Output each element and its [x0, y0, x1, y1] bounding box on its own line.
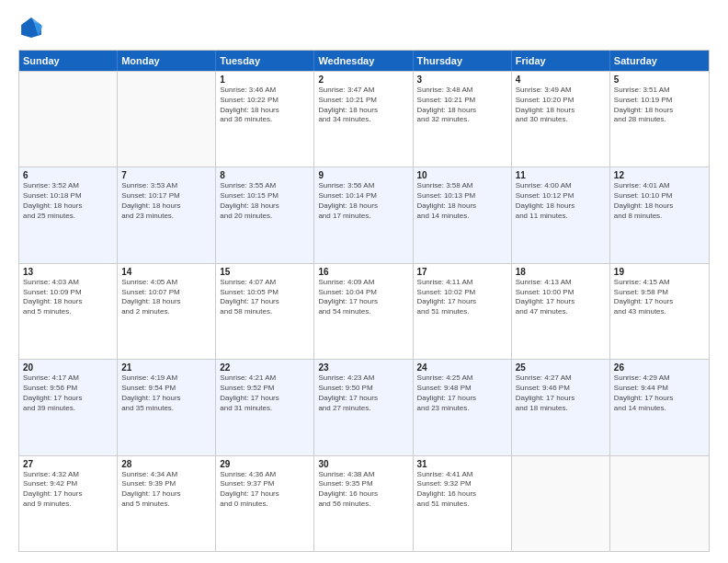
calendar-day-11: 11Sunrise: 4:00 AM Sunset: 10:12 PM Dayl… [512, 167, 610, 262]
day-info: Sunrise: 4:23 AM Sunset: 9:50 PM Dayligh… [318, 373, 408, 413]
calendar-day-29: 29Sunrise: 4:36 AM Sunset: 9:37 PM Dayli… [216, 456, 314, 551]
weekday-header-thursday: Thursday [414, 51, 512, 71]
calendar-day-28: 28Sunrise: 4:34 AM Sunset: 9:39 PM Dayli… [118, 456, 216, 551]
day-number: 13 [23, 267, 113, 277]
day-number: 14 [121, 267, 211, 277]
day-number: 21 [121, 362, 211, 373]
day-number: 31 [417, 459, 507, 469]
day-info: Sunrise: 4:03 AM Sunset: 10:09 PM Daylig… [23, 278, 113, 317]
day-info: Sunrise: 4:09 AM Sunset: 10:04 PM Daylig… [318, 278, 408, 317]
calendar-day-2: 2Sunrise: 3:47 AM Sunset: 10:21 PM Dayli… [314, 72, 413, 167]
day-info: Sunrise: 4:25 AM Sunset: 9:48 PM Dayligh… [417, 373, 507, 413]
calendar-day-12: 12Sunrise: 4:01 AM Sunset: 10:10 PM Dayl… [610, 167, 709, 262]
calendar-day-27: 27Sunrise: 4:32 AM Sunset: 9:42 PM Dayli… [19, 456, 118, 551]
day-info: Sunrise: 3:47 AM Sunset: 10:21 PM Daylig… [318, 86, 408, 125]
calendar-body: 1Sunrise: 3:46 AM Sunset: 10:22 PM Dayli… [19, 71, 709, 551]
day-number: 20 [23, 362, 113, 373]
weekday-header-friday: Friday [512, 51, 610, 71]
calendar-day-16: 16Sunrise: 4:09 AM Sunset: 10:04 PM Dayl… [314, 264, 413, 359]
day-number: 18 [516, 267, 606, 277]
weekday-header-monday: Monday [118, 51, 216, 71]
calendar-day-21: 21Sunrise: 4:19 AM Sunset: 9:54 PM Dayli… [118, 360, 216, 454]
logo-icon [18, 15, 44, 40]
day-number: 27 [23, 459, 113, 469]
calendar-day-6: 6Sunrise: 3:52 AM Sunset: 10:18 PM Dayli… [19, 167, 118, 262]
calendar-day-13: 13Sunrise: 4:03 AM Sunset: 10:09 PM Dayl… [19, 264, 118, 359]
calendar-day-empty [610, 456, 709, 551]
day-number: 17 [417, 267, 507, 277]
weekday-header-wednesday: Wednesday [314, 51, 413, 71]
day-info: Sunrise: 4:15 AM Sunset: 9:58 PM Dayligh… [614, 278, 705, 317]
day-number: 4 [516, 75, 606, 85]
day-info: Sunrise: 4:21 AM Sunset: 9:52 PM Dayligh… [220, 373, 310, 413]
calendar-day-1: 1Sunrise: 3:46 AM Sunset: 10:22 PM Dayli… [216, 72, 314, 167]
calendar-day-19: 19Sunrise: 4:15 AM Sunset: 9:58 PM Dayli… [610, 264, 709, 359]
calendar-day-18: 18Sunrise: 4:13 AM Sunset: 10:00 PM Dayl… [512, 264, 610, 359]
day-info: Sunrise: 3:52 AM Sunset: 10:18 PM Daylig… [23, 181, 113, 221]
day-number: 22 [220, 362, 310, 373]
day-number: 10 [417, 170, 507, 180]
calendar-day-17: 17Sunrise: 4:11 AM Sunset: 10:02 PM Dayl… [414, 264, 512, 359]
page: SundayMondayTuesdayWednesdayThursdayFrid… [0, 0, 728, 563]
day-info: Sunrise: 4:32 AM Sunset: 9:42 PM Dayligh… [23, 470, 113, 510]
day-info: Sunrise: 4:19 AM Sunset: 9:54 PM Dayligh… [121, 373, 211, 413]
calendar: SundayMondayTuesdayWednesdayThursdayFrid… [18, 50, 710, 552]
calendar-week-3: 13Sunrise: 4:03 AM Sunset: 10:09 PM Dayl… [19, 263, 709, 359]
day-number: 7 [121, 170, 211, 180]
day-number: 2 [318, 75, 408, 85]
calendar-day-15: 15Sunrise: 4:07 AM Sunset: 10:05 PM Dayl… [216, 264, 314, 359]
calendar-day-24: 24Sunrise: 4:25 AM Sunset: 9:48 PM Dayli… [414, 360, 512, 454]
calendar-day-14: 14Sunrise: 4:05 AM Sunset: 10:07 PM Dayl… [118, 264, 216, 359]
calendar-header: SundayMondayTuesdayWednesdayThursdayFrid… [19, 51, 709, 71]
day-info: Sunrise: 4:27 AM Sunset: 9:46 PM Dayligh… [516, 373, 606, 413]
day-number: 5 [614, 75, 705, 85]
calendar-day-20: 20Sunrise: 4:17 AM Sunset: 9:56 PM Dayli… [19, 360, 118, 454]
calendar-day-empty [19, 72, 118, 167]
calendar-day-4: 4Sunrise: 3:49 AM Sunset: 10:20 PM Dayli… [512, 72, 610, 167]
day-info: Sunrise: 4:13 AM Sunset: 10:00 PM Daylig… [516, 278, 606, 317]
day-number: 16 [318, 267, 408, 277]
day-number: 9 [318, 170, 408, 180]
day-number: 23 [318, 362, 408, 373]
logo [18, 15, 48, 40]
day-info: Sunrise: 4:29 AM Sunset: 9:44 PM Dayligh… [614, 373, 705, 413]
day-info: Sunrise: 4:17 AM Sunset: 9:56 PM Dayligh… [23, 373, 113, 413]
day-number: 26 [614, 362, 705, 373]
day-info: Sunrise: 3:51 AM Sunset: 10:19 PM Daylig… [614, 86, 705, 125]
calendar-week-1: 1Sunrise: 3:46 AM Sunset: 10:22 PM Dayli… [19, 71, 709, 167]
day-info: Sunrise: 4:34 AM Sunset: 9:39 PM Dayligh… [121, 470, 211, 510]
calendar-day-9: 9Sunrise: 3:56 AM Sunset: 10:14 PM Dayli… [314, 167, 413, 262]
calendar-day-30: 30Sunrise: 4:38 AM Sunset: 9:35 PM Dayli… [314, 456, 413, 551]
calendar-day-3: 3Sunrise: 3:48 AM Sunset: 10:21 PM Dayli… [414, 72, 512, 167]
weekday-header-saturday: Saturday [610, 51, 709, 71]
day-info: Sunrise: 4:05 AM Sunset: 10:07 PM Daylig… [121, 278, 211, 317]
day-info: Sunrise: 3:49 AM Sunset: 10:20 PM Daylig… [516, 86, 606, 125]
day-number: 1 [220, 75, 310, 85]
calendar-day-empty [118, 72, 216, 167]
calendar-day-31: 31Sunrise: 4:41 AM Sunset: 9:32 PM Dayli… [414, 456, 512, 551]
calendar-day-26: 26Sunrise: 4:29 AM Sunset: 9:44 PM Dayli… [610, 360, 709, 454]
calendar-day-8: 8Sunrise: 3:55 AM Sunset: 10:15 PM Dayli… [216, 167, 314, 262]
day-info: Sunrise: 3:46 AM Sunset: 10:22 PM Daylig… [220, 86, 310, 125]
day-number: 6 [23, 170, 113, 180]
day-info: Sunrise: 3:55 AM Sunset: 10:15 PM Daylig… [220, 181, 310, 221]
day-info: Sunrise: 4:36 AM Sunset: 9:37 PM Dayligh… [220, 470, 310, 510]
header [18, 15, 710, 40]
calendar-day-7: 7Sunrise: 3:53 AM Sunset: 10:17 PM Dayli… [118, 167, 216, 262]
day-number: 8 [220, 170, 310, 180]
calendar-week-4: 20Sunrise: 4:17 AM Sunset: 9:56 PM Dayli… [19, 359, 709, 454]
day-number: 30 [318, 459, 408, 469]
day-info: Sunrise: 4:07 AM Sunset: 10:05 PM Daylig… [220, 278, 310, 317]
day-info: Sunrise: 4:38 AM Sunset: 9:35 PM Dayligh… [318, 470, 408, 510]
calendar-day-25: 25Sunrise: 4:27 AM Sunset: 9:46 PM Dayli… [512, 360, 610, 454]
day-number: 25 [516, 362, 606, 373]
calendar-day-22: 22Sunrise: 4:21 AM Sunset: 9:52 PM Dayli… [216, 360, 314, 454]
day-number: 19 [614, 267, 705, 277]
day-number: 3 [417, 75, 507, 85]
day-number: 15 [220, 267, 310, 277]
day-info: Sunrise: 3:48 AM Sunset: 10:21 PM Daylig… [417, 86, 507, 125]
day-number: 29 [220, 459, 310, 469]
calendar-day-10: 10Sunrise: 3:58 AM Sunset: 10:13 PM Dayl… [414, 167, 512, 262]
day-info: Sunrise: 3:58 AM Sunset: 10:13 PM Daylig… [417, 181, 507, 221]
day-number: 28 [121, 459, 211, 469]
